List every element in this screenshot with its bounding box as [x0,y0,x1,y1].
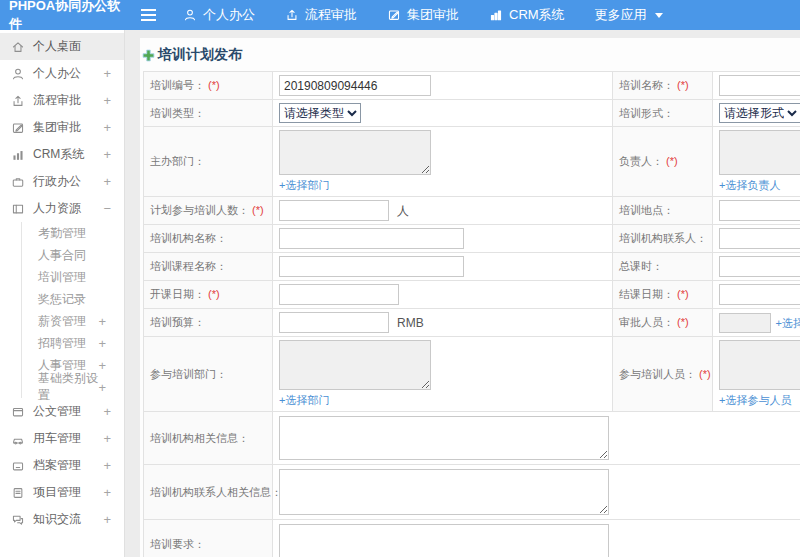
training-requirements-textarea[interactable] [279,524,609,557]
required-mark: (*) [699,368,711,380]
planned-count-input[interactable] [279,200,389,221]
sidebar-item-workflow-approval[interactable]: 流程审批 + [0,87,124,114]
expand-sign[interactable]: + [103,66,124,81]
sidebar-item-vehicle-mgmt[interactable]: 用车管理 + [0,425,124,452]
sidebar-subitem-base-category[interactable]: 基础类别设置 + [22,376,124,398]
sidebar-item-label: 个人桌面 [33,38,81,55]
cell: 人 [273,197,613,225]
expand-sign[interactable]: + [103,512,124,527]
cell: +选择部门 [273,127,613,197]
start-date-input[interactable] [279,284,399,305]
sidebar-subitem-label: 奖惩记录 [38,291,86,308]
total-hours-input[interactable] [719,256,800,277]
cell [273,72,613,100]
nav-more-apps[interactable]: 更多应用 [580,0,678,30]
sidebar-subitem-training[interactable]: 培训管理 [22,266,124,288]
sidebar-item-admin-office[interactable]: 行政办公 + [0,168,124,195]
expand-sign[interactable]: + [103,431,124,446]
select-participants-link[interactable]: +选择参与人员 [719,393,791,408]
leader-textarea[interactable] [719,130,800,175]
host-department-textarea[interactable] [279,130,431,175]
course-name-input[interactable] [279,256,464,277]
sidebar-subitem-attendance[interactable]: 考勤管理 [22,222,124,244]
form-row: 培训类型： 请选择类型 培训形式： 请选择形式 [144,100,800,127]
cell: RMB [273,309,613,337]
label-org-info: 培训机构相关信息： [144,412,273,465]
label-leader: 负责人：(*) [613,127,713,197]
approver-box[interactable] [719,313,771,333]
org-name-input[interactable] [279,228,464,249]
select-leader-link[interactable]: +选择负责人 [719,178,780,193]
training-mode-select[interactable]: 请选择形式 [719,103,800,123]
sidebar-subitem-salary[interactable]: 薪资管理 + [22,310,124,332]
sidebar-item-crm-system[interactable]: CRM系统 + [0,141,124,168]
cell [273,225,613,253]
join-departments-textarea[interactable] [279,340,431,390]
cell: 请选择形式 [713,100,800,127]
sidebar-item-personal-office[interactable]: 个人办公 + [0,60,124,87]
org-contact-input[interactable] [719,228,800,249]
edit-icon [11,121,25,135]
sidebar-item-knowledge-exchange[interactable]: 知识交流 + [0,506,124,533]
join-persons-textarea[interactable] [719,340,800,390]
label-training-type: 培训类型： [144,100,273,127]
sidebar-item-personal-desktop[interactable]: 个人桌面 [0,33,124,60]
sidebar-subitem-rewards[interactable]: 奖惩记录 [22,288,124,310]
expand-sign[interactable]: + [103,120,124,135]
expand-sign[interactable]: + [98,358,124,373]
select-department-link[interactable]: +选择部门 [279,178,329,193]
top-nav: 个人办公 流程审批 集团审批 CRM系统 更多应用 [168,0,678,30]
label-host-department: 主办部门： [144,127,273,197]
select-department-link[interactable]: +选择部门 [279,393,329,408]
select-approver-link[interactable]: +选择审批人员 [775,317,800,329]
expand-sign[interactable]: + [103,404,124,419]
nav-group-approval[interactable]: 集团审批 [372,0,474,30]
org-contact-info-textarea[interactable] [279,469,609,515]
collapse-sign[interactable]: − [103,201,124,216]
cell: +选择参与人员 [713,337,800,412]
training-name-input[interactable] [719,75,800,96]
cell: +选择负责人 [713,127,800,197]
expand-sign[interactable]: + [103,485,124,500]
training-type-select[interactable]: 请选择类型 [279,103,361,123]
sidebar-item-project-mgmt[interactable]: 项目管理 + [0,479,124,506]
nav-workflow-approval[interactable]: 流程审批 [270,0,372,30]
sidebar-item-archive-mgmt[interactable]: 档案管理 + [0,452,124,479]
required-mark: (*) [252,204,264,216]
label-budget: 培训预算： [144,309,273,337]
cell [713,253,800,281]
cell [273,253,613,281]
required-mark: (*) [677,316,689,328]
chart-icon [11,148,25,162]
expand-sign[interactable]: + [103,458,124,473]
training-no-input[interactable] [279,75,431,96]
expand-sign[interactable]: + [103,147,124,162]
budget-input[interactable] [279,312,389,333]
app-logo[interactable]: PHPOA协同办公软件 [0,0,128,33]
caret-down-icon [655,13,663,18]
workflow-icon [11,94,25,108]
nav-crm-system[interactable]: CRM系统 [474,0,580,30]
expand-sign[interactable]: + [98,380,124,395]
expand-sign[interactable]: + [103,174,124,189]
add-icon [142,49,155,62]
sidebar-item-document-mgmt[interactable]: 公文管理 + [0,398,124,425]
menu-toggle-button[interactable] [128,14,168,16]
nav-personal-office[interactable]: 个人办公 [168,0,270,30]
org-info-textarea[interactable] [279,416,609,460]
expand-sign[interactable]: + [98,336,124,351]
form-row: 计划参与培训人数：(*) 人 培训地点： [144,197,800,225]
sidebar-subitem-hr-contract[interactable]: 人事合同 [22,244,124,266]
training-plan-form: 培训编号：(*) 培训名称：(*) 培训类型： 请选择类型 培训形式： 请选择形… [143,71,800,557]
expand-sign[interactable]: + [103,93,124,108]
sidebar-item-label: 用车管理 [33,430,81,447]
sidebar: 个人桌面 个人办公 + 流程审批 + 集团审批 + CRM系统 + 行政办公 +… [0,30,125,557]
expand-sign[interactable]: + [98,314,124,329]
sidebar-subitem-recruit[interactable]: 招聘管理 + [22,332,124,354]
training-place-input[interactable] [719,200,800,221]
sidebar-item-human-resources[interactable]: 人力资源 − [0,195,124,222]
main-area: 培训计划发布 培训编号：(*) 培训名称：(*) 培训类型： 请选择类型 培训形… [125,30,800,557]
chart-icon [489,8,503,22]
sidebar-item-group-approval[interactable]: 集团审批 + [0,114,124,141]
end-date-input[interactable] [719,284,800,305]
